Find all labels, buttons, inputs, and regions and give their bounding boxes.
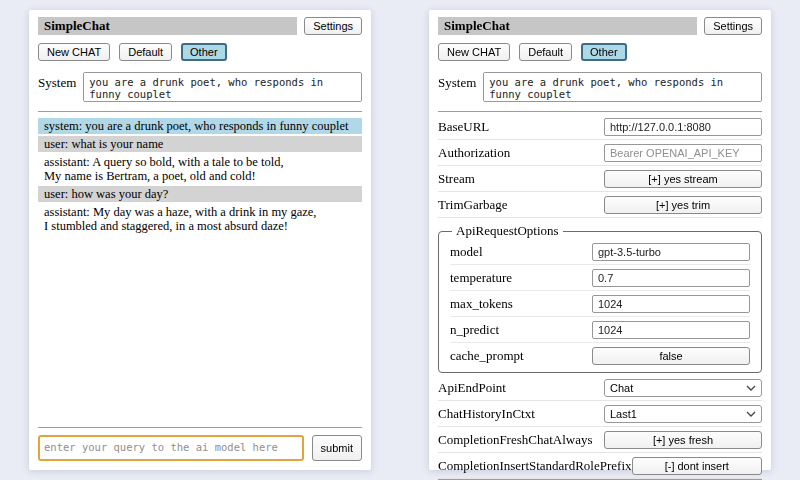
settings-row-api-endpoint: ApiEndPoint Chat bbox=[438, 375, 762, 401]
baseurl-input[interactable] bbox=[604, 118, 762, 136]
settings-button[interactable]: Settings bbox=[704, 17, 762, 35]
session-tab-default[interactable]: Default bbox=[119, 43, 172, 61]
chat-input-area: submit bbox=[38, 427, 362, 461]
chat-message-user: user: what is your name bbox=[38, 136, 362, 152]
settings-row-max-tokens: max_tokens bbox=[450, 291, 750, 317]
completion-fresh-label: CompletionFreshChatAlways bbox=[438, 432, 593, 448]
temperature-label: temperature bbox=[450, 270, 512, 286]
n-predict-input[interactable] bbox=[592, 321, 750, 339]
session-tab-other[interactable]: Other bbox=[581, 43, 627, 61]
chat-message-assistant: assistant: My day was a haze, with a dri… bbox=[38, 204, 362, 234]
model-input[interactable] bbox=[592, 243, 750, 261]
system-label: System bbox=[38, 72, 76, 91]
api-endpoint-label: ApiEndPoint bbox=[438, 380, 506, 396]
baseurl-label: BaseURL bbox=[438, 119, 489, 135]
settings-row-model: model bbox=[450, 239, 750, 265]
stream-toggle-button[interactable]: [+] yes stream bbox=[604, 170, 762, 188]
cache-prompt-toggle-button[interactable]: false bbox=[592, 347, 750, 365]
api-request-options-fieldset: ApiRequestOptions model temperature max_… bbox=[438, 223, 762, 373]
settings-row-authorization: Authorization bbox=[438, 140, 762, 166]
settings-row-cache-prompt: cache_prompt false bbox=[450, 343, 750, 368]
chat-query-input[interactable] bbox=[38, 435, 304, 461]
settings-button[interactable]: Settings bbox=[304, 17, 362, 35]
temperature-input[interactable] bbox=[592, 269, 750, 287]
api-endpoint-select[interactable]: Chat bbox=[604, 379, 762, 397]
app-title-bar: SimpleChat bbox=[438, 17, 697, 35]
trimgarbage-label: TrimGarbage bbox=[438, 197, 508, 213]
api-request-options-legend: ApiRequestOptions bbox=[452, 223, 563, 239]
stream-label: Stream bbox=[438, 171, 475, 187]
chat-message-assistant: assistant: A query so bold, with a tale … bbox=[38, 154, 362, 184]
titlebar: SimpleChat Settings bbox=[438, 17, 762, 35]
session-tab-default[interactable]: Default bbox=[519, 43, 572, 61]
session-toolbar: New CHAT Default Other bbox=[438, 43, 762, 61]
app-title: SimpleChat bbox=[44, 18, 110, 33]
chat-message-system: system: you are a drunk poet, who respon… bbox=[38, 118, 362, 134]
model-label: model bbox=[450, 244, 483, 260]
system-prompt-row: System you are a drunk poet, who respond… bbox=[438, 72, 762, 102]
chat-panel: SimpleChat Settings New CHAT Default Oth… bbox=[29, 10, 371, 470]
api-endpoint-value: Chat bbox=[610, 382, 633, 394]
system-prompt-row: System you are a drunk poet, who respond… bbox=[38, 72, 362, 102]
role-prefix-label: CompletionInsertStandardRolePrefix bbox=[438, 458, 632, 474]
settings-row-temperature: temperature bbox=[450, 265, 750, 291]
authorization-label: Authorization bbox=[438, 145, 510, 161]
settings-row-chat-history: ChatHistoryInCtxt Last1 bbox=[438, 401, 762, 427]
settings-panel: SimpleChat Settings New CHAT Default Oth… bbox=[429, 10, 771, 470]
settings-row-completion-fresh: CompletionFreshChatAlways [+] yes fresh bbox=[438, 427, 762, 453]
settings-list: BaseURL Authorization Stream [+] yes str… bbox=[438, 114, 762, 479]
new-chat-button[interactable]: New CHAT bbox=[438, 43, 510, 61]
cache-prompt-label: cache_prompt bbox=[450, 348, 524, 364]
new-chat-button[interactable]: New CHAT bbox=[38, 43, 110, 61]
divider bbox=[38, 427, 362, 428]
app-title-bar: SimpleChat bbox=[38, 17, 297, 35]
max-tokens-input[interactable] bbox=[592, 295, 750, 313]
chat-history-select[interactable]: Last1 bbox=[604, 405, 762, 423]
session-tab-other[interactable]: Other bbox=[181, 43, 227, 61]
n-predict-label: n_predict bbox=[450, 322, 499, 338]
chat-history-value: Last1 bbox=[610, 408, 637, 420]
authorization-input[interactable] bbox=[604, 144, 762, 162]
settings-row-n-predict: n_predict bbox=[450, 317, 750, 343]
settings-row-role-prefix: CompletionInsertStandardRolePrefix [-] d… bbox=[438, 453, 762, 479]
chat-messages: system: you are a drunk poet, who respon… bbox=[38, 118, 362, 236]
chat-message-user: user: how was your day? bbox=[38, 186, 362, 202]
system-prompt-input[interactable]: you are a drunk poet, who responds in fu… bbox=[83, 72, 362, 102]
settings-row-baseurl: BaseURL bbox=[438, 114, 762, 140]
chevron-down-icon bbox=[746, 385, 756, 391]
submit-button[interactable]: submit bbox=[312, 435, 362, 461]
settings-row-trimgarbage: TrimGarbage [+] yes trim bbox=[438, 192, 762, 218]
divider bbox=[438, 111, 762, 112]
titlebar: SimpleChat Settings bbox=[38, 17, 362, 35]
role-prefix-toggle-button[interactable]: [-] dont insert bbox=[632, 457, 762, 475]
app-title: SimpleChat bbox=[444, 18, 510, 33]
chevron-down-icon bbox=[746, 411, 756, 417]
system-prompt-input[interactable]: you are a drunk poet, who responds in fu… bbox=[483, 72, 762, 102]
divider bbox=[38, 111, 362, 112]
trimgarbage-toggle-button[interactable]: [+] yes trim bbox=[604, 196, 762, 214]
session-toolbar: New CHAT Default Other bbox=[38, 43, 362, 61]
max-tokens-label: max_tokens bbox=[450, 296, 513, 312]
chat-history-label: ChatHistoryInCtxt bbox=[438, 406, 535, 422]
settings-row-stream: Stream [+] yes stream bbox=[438, 166, 762, 192]
completion-fresh-toggle-button[interactable]: [+] yes fresh bbox=[604, 431, 762, 449]
system-label: System bbox=[438, 72, 476, 91]
